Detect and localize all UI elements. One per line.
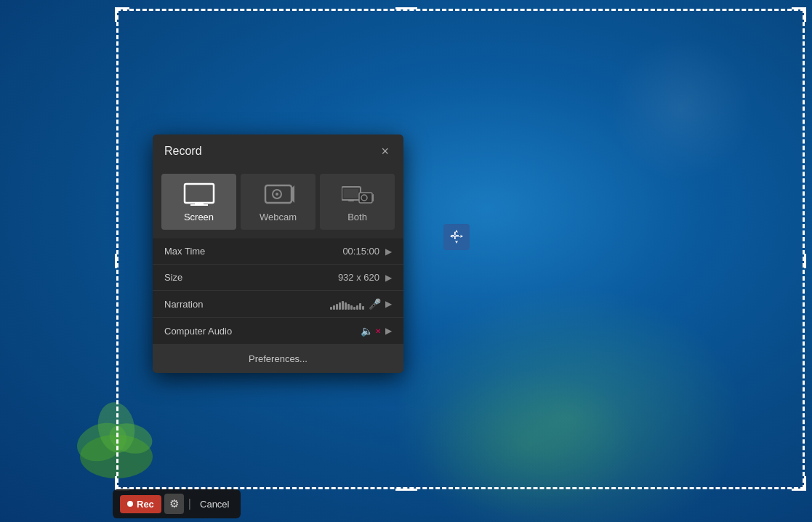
corner-handle-bl[interactable] [115,476,129,491]
desktop: ✛ Record × Screen [0,0,812,522]
bottom-toolbar: Rec ⚙ | Cancel [113,489,241,518]
edge-handle-bottom[interactable] [395,489,417,491]
vol-bar-6 [345,302,347,310]
vol-bar-12 [362,306,364,310]
settings-section: Max Time 00:15:00 ▶ Size 932 x 620 ▶ Nar… [153,238,403,345]
preferences-button[interactable]: Preferences... [153,345,403,373]
volume-bars [330,298,364,310]
settings-gear-button[interactable]: ⚙ [164,494,184,514]
svg-rect-15 [348,200,354,201]
webcam-icon [262,182,294,206]
vol-bar-9 [353,307,355,310]
corner-handle-br[interactable] [792,476,806,491]
toolbar-divider: | [187,497,193,510]
vol-bar-3 [336,304,338,310]
svg-text:✛: ✛ [451,230,459,241]
size-chevron: ▶ [385,273,392,283]
corner-handle-tl[interactable] [115,7,129,22]
plant-decoration [73,391,160,478]
setting-row-max-time[interactable]: Max Time 00:15:00 ▶ [153,238,403,265]
svg-rect-8 [188,187,211,200]
audio-mute-indicator: 🔈 ✕ [361,325,381,337]
max-time-chevron: ▶ [385,246,392,257]
both-icon [342,182,374,206]
edge-handle-top[interactable] [395,7,417,9]
mic-icon: 🎤 [369,298,381,310]
rec-dot [127,501,133,507]
svg-point-12 [276,193,278,196]
mute-x-icon: ✕ [375,327,381,335]
record-dialog: Record × Screen [153,134,403,373]
vol-bar-4 [339,302,341,310]
vol-bar-11 [359,303,361,310]
svg-marker-10 [292,185,294,203]
source-buttons-container: Screen Webcam [153,168,403,238]
cancel-button[interactable]: Cancel [196,495,233,513]
speaker-muted-icon: 🔈 [361,325,373,337]
svg-rect-14 [344,189,358,198]
close-button[interactable]: × [378,143,392,159]
move-cursor-icon[interactable]: ✛ [443,224,470,250]
source-button-screen[interactable]: Screen [161,174,236,230]
computer-audio-chevron: ▶ [385,326,392,336]
dialog-header: Record × [153,134,403,168]
narration-content: 🎤 [330,298,381,310]
dialog-title: Record [164,145,202,158]
narration-label: Narration [164,299,330,310]
narration-chevron: ▶ [385,299,392,309]
edge-handle-left[interactable] [115,254,117,268]
computer-audio-label: Computer Audio [164,326,361,337]
vol-bar-2 [333,305,335,310]
vol-bar-1 [330,307,332,310]
max-time-value: 00:15:00 [342,246,379,257]
vol-bar-5 [342,301,344,310]
vol-bar-8 [350,305,353,310]
source-button-webcam[interactable]: Webcam [241,174,315,230]
max-time-label: Max Time [164,246,342,257]
corner-handle-tr[interactable] [792,7,806,22]
vol-bar-10 [356,305,358,310]
source-button-both[interactable]: Both [320,174,395,230]
size-label: Size [164,272,338,283]
size-value: 932 x 620 [338,272,379,283]
rec-button[interactable]: Rec [120,495,161,513]
edge-handle-right[interactable] [804,254,806,268]
setting-row-size[interactable]: Size 932 x 620 ▶ [153,265,403,291]
setting-row-computer-audio[interactable]: Computer Audio 🔈 ✕ ▶ [153,318,403,345]
desktop-swirl [608,36,754,182]
vol-bar-7 [347,304,350,310]
screen-icon [183,182,215,206]
rec-label: Rec [137,499,154,510]
setting-row-narration[interactable]: Narration [153,291,403,318]
